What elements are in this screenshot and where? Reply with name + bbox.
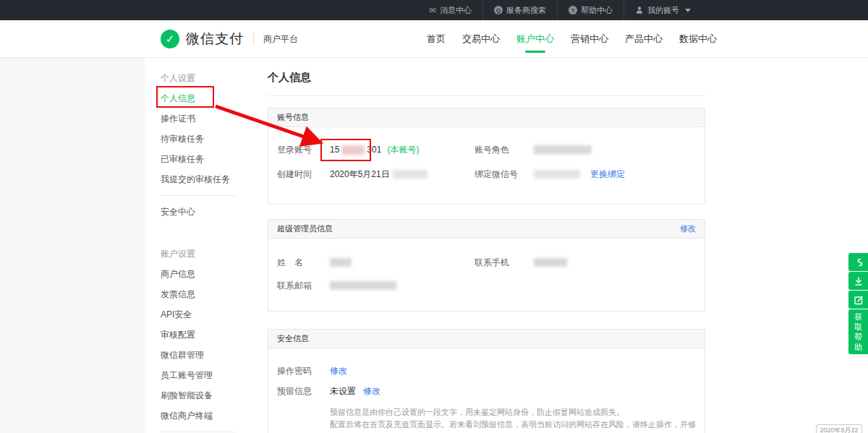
help-icon: ? xyxy=(569,6,577,14)
reserved-info-tips: 预留信息是由你自己设置的一段文字，用来鉴定网站身份，防止假冒网站造成损失。 配置… xyxy=(277,406,696,433)
nav-item-home[interactable]: 首页 xyxy=(427,20,446,58)
brand-divider xyxy=(253,33,254,46)
sidebar-item-reviewed-tasks[interactable]: 已审核任务 xyxy=(161,149,250,169)
sidebar-item-api-security[interactable]: API安全 xyxy=(161,304,250,325)
main-content: 个人信息 账号信息 登录账号 15 301 (本账号) 账号 xyxy=(250,58,868,433)
panel-account-info-header: 账号信息 xyxy=(268,108,705,127)
sidebar-item-staff-accounts[interactable]: 员工账号管理 xyxy=(161,365,250,385)
sidebar-item-security-center[interactable]: 安全中心 xyxy=(161,202,250,222)
operation-password-edit-link[interactable]: 修改 xyxy=(330,365,347,377)
topbar-item-help-center[interactable]: ? 帮助中心 xyxy=(557,0,624,20)
contact-email-label: 联系邮箱 xyxy=(277,280,330,292)
created-time-label: 创建时间 xyxy=(277,168,330,181)
current-account-tag: (本账号) xyxy=(387,144,419,156)
bound-wechat-masked-value xyxy=(534,170,580,179)
row-admin-name: 姓 名 联系手机 xyxy=(277,250,696,275)
brand-title: 微信支付 xyxy=(186,30,244,48)
contact-email-masked-value xyxy=(330,281,396,290)
login-suffix: 301 xyxy=(367,145,381,155)
sidebar-item-face-devices[interactable]: 刷脸智能设备 xyxy=(161,385,250,406)
row-login-account: 登录账号 15 301 (本账号) 账号角色 xyxy=(277,137,696,162)
wechat-pay-merchant-platform: ✉ 消息中心 Q 服务商搜索 ? 帮助中心 我的账号 ✓ xyxy=(0,0,868,433)
panel-security-info-header: 安全信息 xyxy=(268,330,705,348)
panel-super-admin: 超级管理员信息 修改 姓 名 联系手机 联系邮箱 xyxy=(268,219,705,312)
floating-feedback-button[interactable] xyxy=(848,291,868,309)
panel-super-admin-header: 超级管理员信息 修改 xyxy=(268,220,705,239)
tip-line: 预留信息是由你自己设置的一段文字，用来鉴定网站身份，防止假冒网站造成损失。 xyxy=(330,406,696,419)
main-nav: 首页 交易中心 账户中心 营销中心 产品中心 数据中心 xyxy=(427,20,717,58)
created-time-masked-segment xyxy=(393,170,427,179)
edit-icon xyxy=(854,295,864,305)
contact-phone-label: 联系手机 xyxy=(475,257,534,269)
sidebar-item-personal-info[interactable]: 个人信息 xyxy=(161,88,250,108)
nav-item-product-center[interactable]: 产品中心 xyxy=(625,20,663,58)
tip-line: 配置后将在首页及充值页面显示。若未看到预留信息，表明当前访问的网站存在风险，请终… xyxy=(330,419,696,433)
login-account-value: 15 301 xyxy=(330,145,381,155)
topbar-item-message-center[interactable]: ✉ 消息中心 xyxy=(419,0,482,20)
page-title: 个人信息 xyxy=(268,71,705,85)
sidebar-item-my-submitted-tasks[interactable]: 我提交的审核任务 xyxy=(161,169,250,189)
nav-item-marketing-center[interactable]: 营销中心 xyxy=(571,20,608,58)
sidebar-item-wechat-group[interactable]: 微信群管理 xyxy=(161,345,250,365)
date-tooltip: 2020年5月22日 xyxy=(816,424,862,433)
caret-down-icon xyxy=(685,9,691,12)
title-divider xyxy=(268,95,705,96)
reserved-info-label: 预留信息 xyxy=(277,385,330,398)
topbar-item-service-search[interactable]: Q 服务商搜索 xyxy=(482,0,557,20)
sidebar-item-merchant-terminal[interactable]: 微信商户终端 xyxy=(161,406,250,426)
sidebar: 个人设置 个人信息 操作证书 待审核任务 已审核任务 我提交的审核任务 安全中心… xyxy=(145,58,250,433)
bound-wechat-label: 绑定微信号 xyxy=(475,168,534,181)
mail-icon: ✉ xyxy=(430,6,436,15)
account-role-masked-value xyxy=(534,145,592,154)
operation-password-label: 操作密码 xyxy=(277,365,330,377)
search-icon: Q xyxy=(494,6,503,14)
topbar-item-label: 服务商搜索 xyxy=(506,5,546,16)
sidebar-item-merchant-info[interactable]: 商户信息 xyxy=(161,264,250,284)
service-hook-icon xyxy=(854,257,864,267)
name-masked-value xyxy=(330,258,352,267)
floating-get-help-button[interactable]: 获取帮助 xyxy=(848,309,868,354)
panel-security-info: 安全信息 操作密码 修改 预留信息 未设置 修改 预留信息是由你自己设置的一段文… xyxy=(268,329,705,433)
user-icon xyxy=(635,6,644,14)
sidebar-divider xyxy=(161,432,236,432)
sidebar-item-pending-review-tasks[interactable]: 待审核任务 xyxy=(161,129,250,149)
sidebar-header-account-settings: 账户设置 xyxy=(161,244,250,264)
row-admin-email: 联系邮箱 xyxy=(277,275,696,296)
login-account-label: 登录账号 xyxy=(277,144,330,156)
login-masked-segment xyxy=(341,145,365,155)
get-help-label: 获取帮助 xyxy=(854,312,863,352)
topbar-item-label: 我的账号 xyxy=(647,5,679,16)
topbar-item-label: 帮助中心 xyxy=(581,5,613,16)
contact-phone-masked-value xyxy=(534,258,567,267)
row-reserved-info: 预留信息 未设置 修改 xyxy=(277,382,696,400)
row-created-time: 创建时间 2020年5月21日 绑定微信号 更换绑定 xyxy=(277,162,696,187)
name-label: 姓 名 xyxy=(277,257,330,269)
sidebar-item-review-config[interactable]: 审核配置 xyxy=(161,325,250,345)
header: ✓ 微信支付 商户平台 首页 交易中心 账户中心 营销中心 产品中心 数据中心 xyxy=(0,20,868,58)
floating-toolbar: 获取帮助 xyxy=(848,253,868,355)
row-operation-password: 操作密码 修改 xyxy=(277,360,696,382)
floating-download-button[interactable] xyxy=(848,272,868,290)
floating-service-button[interactable] xyxy=(848,253,868,271)
sidebar-item-operation-certificate[interactable]: 操作证书 xyxy=(161,108,250,129)
brand: ✓ 微信支付 商户平台 xyxy=(161,20,298,58)
reserved-info-edit-link[interactable]: 修改 xyxy=(363,385,380,398)
login-prefix: 15 xyxy=(330,145,339,155)
topbar: ✉ 消息中心 Q 服务商搜索 ? 帮助中心 我的账号 xyxy=(0,0,868,20)
sidebar-item-invoice-info[interactable]: 发票信息 xyxy=(161,284,250,304)
topbar-item-my-account[interactable]: 我的账号 xyxy=(624,0,702,20)
panel-super-admin-title: 超级管理员信息 xyxy=(277,224,333,233)
topbar-item-label: 消息中心 xyxy=(440,5,472,16)
admin-edit-link[interactable]: 修改 xyxy=(680,220,696,238)
nav-item-data-center[interactable]: 数据中心 xyxy=(679,20,717,58)
sidebar-divider xyxy=(161,195,236,196)
panel-account-info: 账号信息 登录账号 15 301 (本账号) 账号角色 xyxy=(268,108,705,205)
account-role-label: 账号角色 xyxy=(475,144,534,156)
sidebar-gap xyxy=(161,222,250,244)
platform-label: 商户平台 xyxy=(263,33,298,46)
nav-item-account-center[interactable]: 账户中心 xyxy=(516,20,554,58)
rebind-link[interactable]: 更换绑定 xyxy=(590,168,625,181)
nav-item-transaction-center[interactable]: 交易中心 xyxy=(462,20,500,58)
download-icon xyxy=(854,276,864,286)
sidebar-header-personal-settings: 个人设置 xyxy=(161,68,250,88)
